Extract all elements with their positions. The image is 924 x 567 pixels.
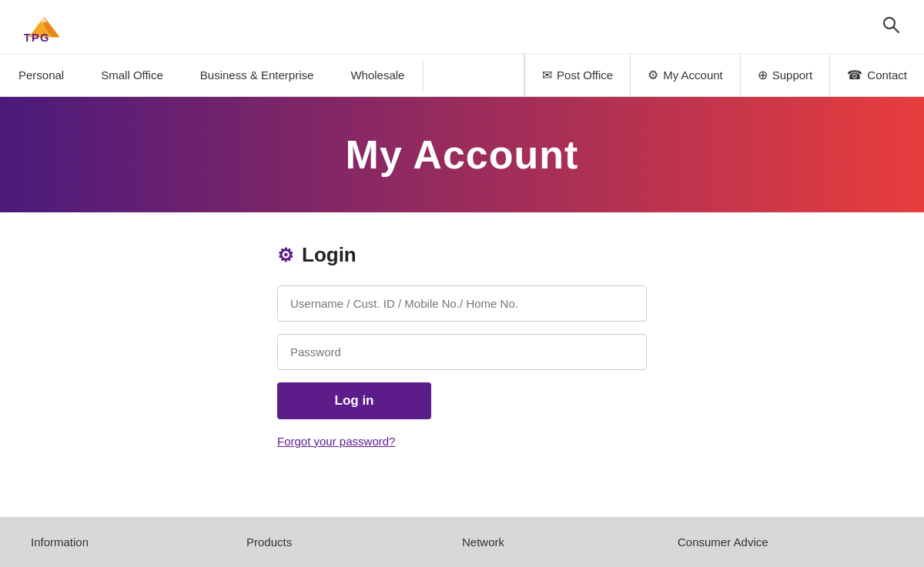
- login-container: ⚙ Login Log in Forgot your password?: [277, 243, 647, 448]
- footer-col-consumer-advice: Consumer Advice: [678, 535, 893, 549]
- username-input[interactable]: [277, 285, 647, 322]
- nav-item-support[interactable]: ⊕Support: [740, 54, 830, 96]
- nav-divider: [423, 60, 424, 90]
- svg-text:TPG: TPG: [24, 31, 50, 43]
- login-title: Login: [302, 243, 357, 267]
- contact-icon: ☎: [847, 68, 862, 82]
- my-account-icon: ⚙: [648, 68, 658, 82]
- site-header: TPG: [0, 0, 924, 54]
- logo[interactable]: TPG: [18, 8, 80, 46]
- footer-col-products: Products: [246, 535, 462, 549]
- password-input[interactable]: [277, 334, 647, 370]
- contact-label: Contact: [867, 68, 907, 82]
- gear-icon: ⚙: [277, 245, 294, 266]
- hero-title: My Account: [346, 132, 579, 178]
- support-label: Support: [772, 68, 813, 82]
- nav-item-my-account[interactable]: ⚙My Account: [630, 54, 740, 96]
- nav-item-business-enterprise[interactable]: Business & Enterprise: [182, 54, 333, 96]
- svg-line-5: [894, 28, 899, 33]
- nav-item-contact[interactable]: ☎Contact: [829, 54, 924, 96]
- nav-item-personal[interactable]: Personal: [0, 54, 82, 96]
- main-content: ⚙ Login Log in Forgot your password?: [0, 212, 924, 494]
- my-account-label: My Account: [663, 68, 723, 82]
- hero-banner: My Account: [0, 97, 924, 212]
- secondary-navigation: ✉Post Office⚙My Account⊕Support☎Contact: [524, 54, 924, 96]
- post-office-label: Post Office: [557, 68, 613, 82]
- login-heading: ⚙ Login: [277, 243, 647, 267]
- nav-item-post-office[interactable]: ✉Post Office: [524, 54, 630, 96]
- footer-col-information: Information: [31, 535, 246, 549]
- login-button[interactable]: Log in: [277, 382, 431, 419]
- nav-item-wholesale[interactable]: Wholesale: [332, 54, 423, 96]
- forgot-password-link[interactable]: Forgot your password?: [277, 435, 647, 448]
- footer-col-network: Network: [462, 535, 678, 549]
- post-office-icon: ✉: [542, 68, 552, 82]
- search-button[interactable]: [876, 10, 906, 43]
- nav-item-small-office[interactable]: Small Office: [82, 54, 182, 96]
- support-icon: ⊕: [758, 68, 768, 82]
- site-footer: InformationProductsNetworkConsumer Advic…: [0, 517, 924, 567]
- primary-navigation: PersonalSmall OfficeBusiness & Enterpris…: [0, 54, 924, 97]
